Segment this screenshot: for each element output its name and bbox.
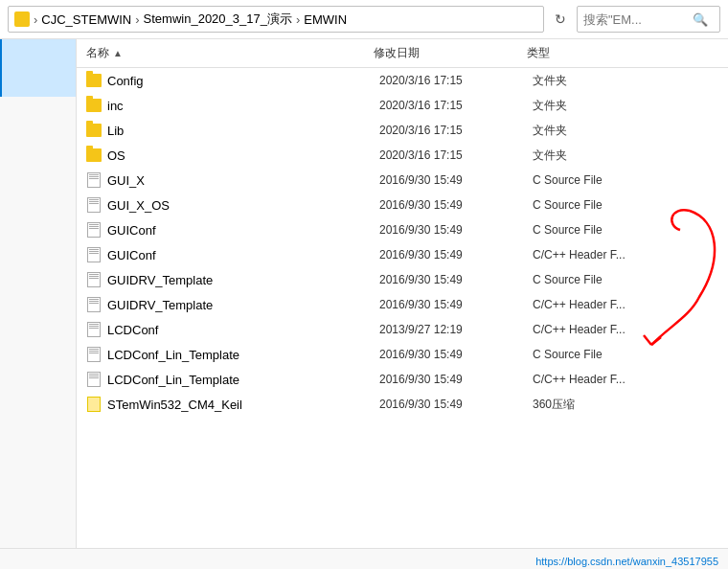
table-row[interactable]: Config 2020/3/16 17:15 文件夹 (77, 68, 728, 93)
file-name: LCDConf (107, 323, 379, 337)
search-area[interactable]: 🔍 (577, 6, 720, 33)
file-date: 2016/9/30 15:49 (379, 348, 533, 361)
folder-icon (86, 148, 102, 162)
file-type: 文件夹 (533, 73, 686, 89)
file-date: 2016/9/30 15:49 (379, 223, 533, 237)
file-icon (86, 73, 102, 88)
file-type: 文件夹 (533, 98, 686, 114)
sort-arrow-icon: ▲ (113, 48, 123, 58)
file-date: 2013/9/27 12:19 (379, 323, 533, 336)
file-type: 360压缩 (533, 397, 686, 413)
file-icon (86, 222, 102, 238)
file-icon (86, 148, 102, 163)
address-bar: › CJC_STEMWIN › Stemwin_2020_3_17_演示 › E… (0, 0, 728, 39)
file-date: 2016/9/30 15:49 (379, 173, 533, 187)
doc-icon (87, 297, 101, 312)
refresh-button[interactable]: ↻ (548, 7, 573, 32)
breadcrumb-item-1[interactable]: CJC_STEMWIN (41, 12, 131, 27)
folder-icon (86, 99, 102, 112)
file-name: LCDConf_Lin_Template (107, 373, 379, 387)
column-name[interactable]: 名称 ▲ (86, 45, 374, 61)
doc-icon (87, 347, 101, 362)
file-date: 2016/9/30 15:49 (379, 248, 533, 262)
file-type: C Source File (533, 173, 686, 187)
file-explorer-window: › CJC_STEMWIN › Stemwin_2020_3_17_演示 › E… (0, 0, 728, 569)
status-bar (0, 548, 728, 569)
table-row[interactable]: GUIDRV_Template 2016/9/30 15:49 C Source… (77, 267, 728, 292)
file-type: C Source File (533, 348, 686, 361)
table-row[interactable]: GUIDRV_Template 2016/9/30 15:49 C/C++ He… (77, 292, 728, 317)
file-icon (86, 197, 102, 213)
file-icon (86, 247, 102, 262)
doc-icon (87, 197, 101, 213)
search-input[interactable] (583, 12, 689, 27)
file-date: 2020/3/16 17:15 (379, 99, 533, 112)
sidebar (0, 39, 77, 548)
file-name: STemWin532_CM4_Keil (107, 398, 379, 412)
breadcrumb-item-2[interactable]: Stemwin_2020_3_17_演示 (144, 11, 292, 28)
doc-icon (87, 272, 101, 287)
table-row[interactable]: inc 2020/3/16 17:15 文件夹 (77, 93, 728, 118)
table-row[interactable]: GUIConf 2016/9/30 15:49 C Source File (77, 217, 728, 242)
table-row[interactable]: GUI_X_OS 2016/9/30 15:49 C Source File (77, 193, 728, 217)
file-icon (86, 98, 102, 113)
file-icon (86, 322, 102, 337)
file-list-header: 名称 ▲ 修改日期 类型 (77, 39, 728, 68)
file-name: Lib (107, 124, 379, 138)
file-type: C/C++ Header F... (533, 373, 686, 386)
doc-icon (87, 247, 101, 262)
file-name: GUIDRV_Template (107, 298, 379, 312)
breadcrumb-item-3[interactable]: EMWIN (304, 12, 347, 27)
main-panel: 名称 ▲ 修改日期 类型 Config 2020/3/16 17:15 文件夹 … (77, 39, 728, 548)
file-date: 2020/3/16 17:15 (379, 74, 533, 87)
folder-icon (86, 74, 102, 87)
file-name: GUI_X (107, 173, 379, 188)
file-name: GUIConf (107, 248, 379, 262)
file-date: 2016/9/30 15:49 (379, 273, 533, 286)
file-icon (86, 297, 102, 312)
file-icon (86, 372, 102, 387)
table-row[interactable]: GUI_X 2016/9/30 15:49 C Source File (77, 168, 728, 193)
table-row[interactable]: Lib 2020/3/16 17:15 文件夹 (77, 118, 728, 143)
doc-icon (87, 322, 101, 337)
file-name: OS (107, 148, 379, 163)
zip-icon (87, 397, 101, 412)
column-date[interactable]: 修改日期 (374, 45, 527, 61)
doc-icon (87, 222, 101, 238)
folder-icon (14, 11, 30, 27)
file-name: GUI_X_OS (107, 198, 379, 213)
column-type[interactable]: 类型 (527, 45, 680, 61)
file-date: 2020/3/16 17:15 (379, 124, 533, 137)
file-icon (86, 347, 102, 362)
file-date: 2016/9/30 15:49 (379, 398, 533, 411)
table-row[interactable]: GUIConf 2016/9/30 15:49 C/C++ Header F..… (77, 242, 728, 267)
file-icon (86, 123, 102, 138)
content-area: 名称 ▲ 修改日期 类型 Config 2020/3/16 17:15 文件夹 … (0, 39, 728, 548)
file-type: 文件夹 (533, 148, 686, 164)
file-icon (86, 272, 102, 287)
file-list: Config 2020/3/16 17:15 文件夹 inc 2020/3/16… (77, 68, 728, 548)
file-name: GUIConf (107, 223, 379, 238)
file-type: C Source File (533, 198, 686, 212)
sidebar-highlight (0, 39, 76, 97)
file-date: 2020/3/16 17:15 (379, 148, 533, 162)
file-type: C/C++ Header F... (533, 323, 686, 336)
doc-icon (87, 372, 101, 387)
table-row[interactable]: LCDConf_Lin_Template 2016/9/30 15:49 C S… (77, 342, 728, 367)
search-icon: 🔍 (693, 12, 708, 27)
file-icon (86, 172, 102, 188)
file-type: 文件夹 (533, 123, 686, 139)
file-type: C Source File (533, 273, 686, 286)
table-row[interactable]: LCDConf_Lin_Template 2016/9/30 15:49 C/C… (77, 367, 728, 392)
table-row[interactable]: OS 2020/3/16 17:15 文件夹 (77, 143, 728, 168)
table-row[interactable]: STemWin532_CM4_Keil 2016/9/30 15:49 360压… (77, 392, 728, 417)
doc-icon (87, 172, 101, 188)
table-row[interactable]: LCDConf 2013/9/27 12:19 C/C++ Header F..… (77, 317, 728, 342)
file-date: 2016/9/30 15:49 (379, 298, 533, 311)
file-type: C/C++ Header F... (533, 248, 686, 262)
folder-icon (86, 124, 102, 137)
file-type: C Source File (533, 223, 686, 237)
file-icon (86, 397, 102, 412)
breadcrumb[interactable]: › CJC_STEMWIN › Stemwin_2020_3_17_演示 › E… (8, 6, 544, 33)
file-name: inc (107, 99, 379, 113)
